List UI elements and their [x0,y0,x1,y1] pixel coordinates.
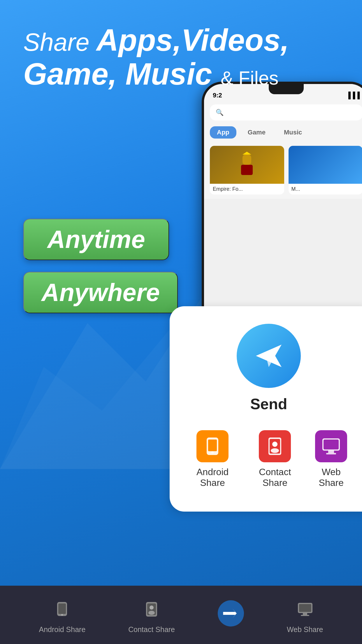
web-share-label: Web Share [309,467,353,488]
bottom-nav: Android Share Contact Share [0,586,362,644]
files-text: & Files [221,67,279,89]
nav-transfer[interactable] [218,600,244,629]
app-title-2: M... [289,184,362,195]
header-line1: Share Apps,Videos, [23,23,339,57]
send-icon-container: Send [184,324,353,413]
header-text-area: Share Apps,Videos, Game, Music & Files [23,23,339,91]
share-word: Share [23,28,96,56]
web-share-icon [315,430,347,462]
app-thumbnail [210,146,284,184]
nav-web-icon [292,596,318,622]
svg-marker-25 [224,608,237,618]
tab-app[interactable]: App [210,126,236,139]
svg-rect-2 [242,155,251,165]
share-options: Android Share Contact Share [184,430,353,488]
contact-share-label: Contact Share [247,467,303,488]
send-label: Send [250,395,287,413]
svg-rect-8 [208,440,217,451]
send-circle[interactable] [237,324,301,388]
search-bar: 🔍 [204,102,362,123]
svg-rect-19 [58,603,66,614]
svg-rect-28 [299,604,311,612]
web-share-option[interactable]: Web Share [309,430,353,488]
app-item-2[interactable]: M... [289,146,362,195]
svg-rect-16 [328,451,334,453]
nav-android-share[interactable]: Android Share [39,596,85,634]
svg-rect-15 [324,440,339,449]
search-input[interactable]: 🔍 [210,104,362,120]
search-icon: 🔍 [216,109,224,116]
nav-android-icon [49,596,75,622]
app-title: Empire: Fo... [210,184,284,195]
anywhere-button[interactable]: Anywhere [23,272,178,313]
android-share-label: Android Share [184,467,241,488]
contact-share-option[interactable]: Contact Share [247,430,303,488]
nav-transfer-icon [218,600,244,626]
svg-point-20 [61,614,63,616]
signal-icons: ▐▐▐ [346,92,360,99]
nav-web-share[interactable]: Web Share [287,596,323,634]
header-line2: Game, Music & Files [23,57,339,91]
anytime-button[interactable]: Anytime [23,219,169,260]
nav-contact-icon [138,596,165,622]
paper-plane-icon [253,340,285,372]
svg-rect-4 [241,165,253,175]
tab-game[interactable]: Game [241,126,273,139]
svg-point-9 [211,451,214,454]
app-thumbnail-2 [289,146,362,184]
tab-music[interactable]: Music [277,126,309,139]
nav-web-label: Web Share [287,625,323,634]
android-share-option[interactable]: Android Share [184,430,241,488]
svg-point-24 [148,611,155,615]
time-display: 9:2 [213,92,222,99]
svg-point-13 [271,448,279,453]
send-panel: Send Android Share [170,306,362,512]
nav-android-label: Android Share [39,625,85,634]
apps-videos-text: Apps,Videos, [96,23,289,57]
contact-share-icon [259,430,291,462]
svg-point-12 [272,442,277,447]
android-share-icon [196,430,229,462]
buttons-area: Anytime Anywhere [23,219,178,325]
svg-rect-29 [303,613,307,615]
app-grid: Empire: Fo... M... [204,141,362,199]
svg-rect-17 [326,453,336,454]
svg-rect-30 [301,615,309,616]
nav-contact-label: Contact Share [128,625,175,634]
tab-bar: App Game Music [204,123,362,141]
svg-point-23 [150,606,154,610]
game-music-text: Game, Music [23,57,212,91]
svg-marker-3 [242,152,251,155]
app-item-empire[interactable]: Empire: Fo... [210,146,284,195]
nav-contact-share[interactable]: Contact Share [128,596,175,634]
